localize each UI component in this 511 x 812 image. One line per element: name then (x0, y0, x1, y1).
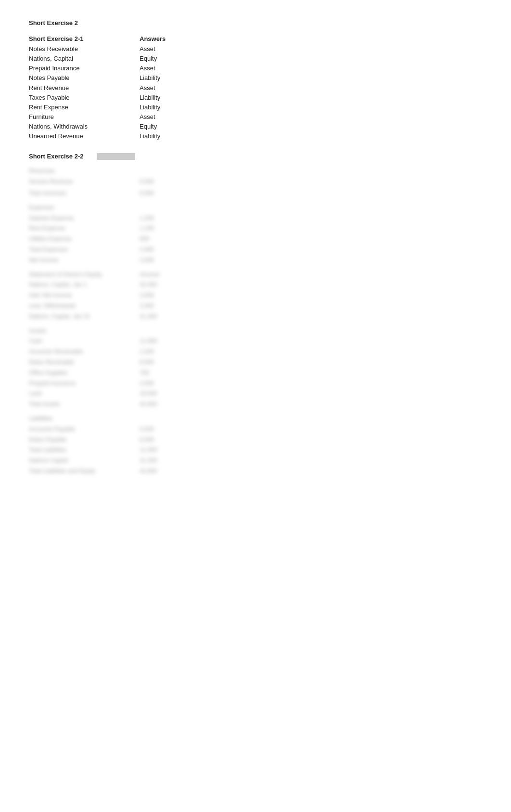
exercise-2-1-header: Short Exercise 2-1 Answers (29, 35, 482, 42)
table-row: Nations, Withdrawals Equity (29, 122, 482, 131)
row-answer: Liability (140, 93, 160, 103)
exercise-2-2-title: Short Exercise 2-2 (29, 153, 482, 160)
row-answer: Liability (140, 103, 160, 112)
table-row: Nations, Capital Equity (29, 54, 482, 64)
table-row: Rent Expense Liability (29, 103, 482, 112)
row-answer: Equity (140, 122, 157, 131)
exercise-2-2-blur-indicator (97, 153, 135, 160)
row-label: Nations, Withdrawals (29, 122, 111, 131)
row-answer: Liability (140, 131, 160, 141)
row-label: Furniture (29, 112, 111, 122)
exercise-2-1-table: Short Exercise 2-1 Answers Notes Receiva… (29, 35, 482, 141)
exercise-2-1-title: Short Exercise 2-1 (29, 35, 111, 42)
row-answer: Asset (140, 64, 155, 73)
row-answer: Equity (140, 54, 157, 64)
exercise-2-2-label: Short Exercise 2-2 (29, 153, 83, 160)
row-label: Taxes Payable (29, 93, 111, 103)
row-answer: Liability (140, 73, 160, 83)
row-label: Prepaid Insurance (29, 64, 111, 73)
exercise-2-1-answer-header: Answers (140, 35, 166, 42)
table-row: Unearned Revenue Liability (29, 131, 482, 141)
row-label: Notes Payable (29, 73, 111, 83)
row-answer: Asset (140, 83, 155, 93)
page-title: Short Exercise 2 (29, 19, 482, 26)
table-row: Taxes Payable Liability (29, 93, 482, 103)
row-label: Rent Revenue (29, 83, 111, 93)
table-row: Rent Revenue Asset (29, 83, 482, 93)
row-answer: Asset (140, 112, 155, 122)
table-row: Notes Payable Liability (29, 73, 482, 83)
exercise-2-2-content-blurred: Revenues Service Revenue 5,500 Total rev… (29, 167, 482, 476)
row-answer: Asset (140, 44, 155, 54)
table-row: Notes Receivable Asset (29, 44, 482, 54)
table-row: Furniture Asset (29, 112, 482, 122)
row-label: Rent Expense (29, 103, 111, 112)
row-label: Notes Receivable (29, 44, 111, 54)
row-label: Unearned Revenue (29, 131, 111, 141)
table-row: Prepaid Insurance Asset (29, 64, 482, 73)
row-label: Nations, Capital (29, 54, 111, 64)
